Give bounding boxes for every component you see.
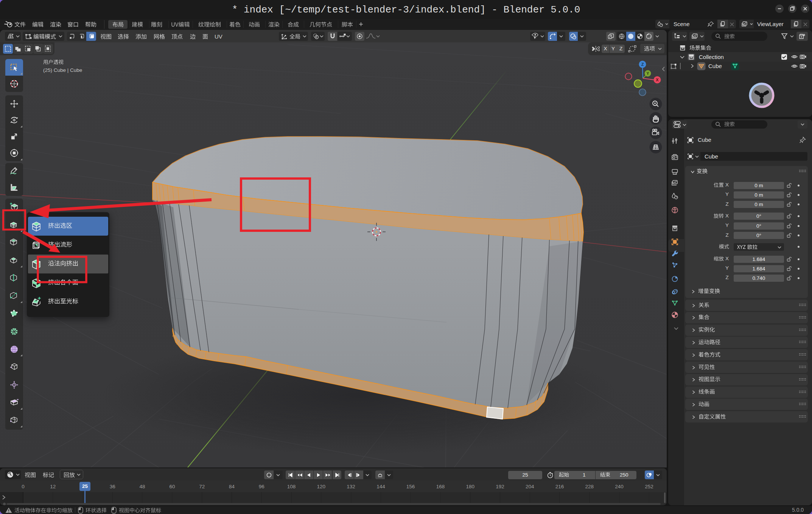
svg-text:180: 180	[466, 484, 474, 489]
svg-text:36: 36	[110, 484, 115, 489]
svg-text:144: 144	[376, 484, 385, 489]
svg-text:228: 228	[585, 484, 594, 489]
svg-text:72: 72	[199, 484, 205, 489]
svg-text:60: 60	[169, 484, 175, 489]
svg-text:168: 168	[436, 484, 445, 489]
svg-text:120: 120	[317, 484, 326, 489]
svg-text:0: 0	[22, 484, 25, 489]
svg-text:96: 96	[259, 484, 264, 489]
svg-text:132: 132	[347, 484, 355, 489]
svg-text:216: 216	[555, 484, 564, 489]
svg-text:240: 240	[615, 484, 624, 489]
svg-text:156: 156	[406, 484, 415, 489]
svg-text:12: 12	[50, 484, 56, 489]
svg-text:252: 252	[645, 484, 653, 489]
svg-text:108: 108	[287, 484, 296, 489]
svg-text:84: 84	[229, 484, 235, 489]
svg-text:48: 48	[140, 484, 145, 489]
svg-text:192: 192	[496, 484, 504, 489]
svg-text:204: 204	[526, 484, 534, 489]
